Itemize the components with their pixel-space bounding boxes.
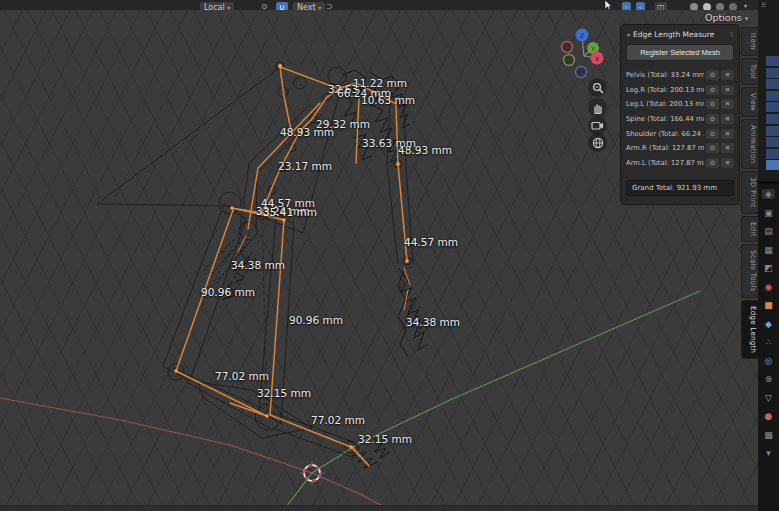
edge-length-label: 77.02 mm (215, 370, 269, 382)
tab-edge-length[interactable]: Edge Length (741, 300, 758, 359)
outliner-row[interactable] (766, 126, 779, 136)
grand-total-readout: Grand Total: 921.93 mm (626, 180, 734, 196)
mouse-cursor-icon (604, 0, 614, 10)
snap-mode-dropdown[interactable]: Next ▾ (293, 2, 325, 10)
chevron-down-icon: ▾ (318, 4, 321, 10)
delete-x-button[interactable]: ✕ (721, 85, 734, 95)
tab-scale-tools[interactable]: Scale Tools (741, 244, 758, 298)
delete-x-button[interactable]: ✕ (721, 143, 734, 153)
edge-length-label: 34.38 mm (231, 259, 285, 271)
measure-row-arm-l: Arm.L (Total: 127.87 mm) ⊙ ✕ (626, 156, 734, 171)
shading-dropdown-icon[interactable]: ▾ (744, 2, 747, 9)
outliner-row[interactable] (766, 56, 779, 66)
properties-tab-constraints[interactable]: ⊗ (765, 374, 773, 384)
properties-rail-expand-icon[interactable]: ▾ (766, 448, 771, 458)
tab-animation[interactable]: Animation (741, 119, 758, 169)
pivot-point-icon[interactable]: ⊙ (261, 2, 268, 10)
tab-view[interactable]: View (741, 87, 758, 117)
properties-tab-render[interactable]: ▣ (764, 208, 773, 218)
register-selected-mesh-button[interactable]: Register Selected Mesh (626, 44, 734, 61)
properties-tab-output[interactable]: ▤ (764, 226, 773, 236)
edge-length-label: 32.15 mm (257, 387, 311, 399)
tab-edit[interactable]: Edit (741, 216, 758, 243)
row-label: Spine (Total: 166.44 mm) (626, 115, 704, 123)
visibility-eye-button[interactable]: ⊙ (706, 99, 719, 109)
shading-solid-icon[interactable] (703, 3, 711, 10)
gizmo-y-neg-axis[interactable] (564, 55, 575, 66)
zoom-tool-button[interactable] (588, 78, 607, 97)
delete-x-button[interactable]: ✕ (721, 158, 734, 168)
delete-x-button[interactable]: ✕ (721, 129, 734, 139)
shading-material-icon[interactable] (716, 3, 724, 10)
pan-tool-button[interactable] (588, 98, 607, 117)
perspective-toggle-button[interactable] (588, 133, 607, 152)
gizmo-x-neg-axis[interactable] (562, 42, 573, 53)
properties-tab-scene[interactable]: ◩ (764, 263, 773, 273)
gizmo-y-label: Y (590, 45, 595, 52)
navigation-gizmo[interactable]: Z Y X (556, 16, 612, 86)
outliner-row[interactable] (766, 79, 779, 89)
xray-toggle[interactable]: ◫ (655, 2, 667, 10)
properties-tab-object-data[interactable]: ▽ (765, 393, 772, 403)
row-label: Leg.L (Total: 200.13 mm) (626, 100, 704, 108)
properties-tab-modifiers[interactable]: ◆ (765, 319, 772, 329)
delete-x-button[interactable]: ✕ (721, 99, 734, 109)
outliner-row[interactable] (766, 149, 779, 159)
sidebar-tab-strip: Item Tool View Animation 3D Print Edit S… (741, 27, 758, 359)
snap-magnet-toggle[interactable]: ∪ (276, 2, 288, 10)
edge-length-label: 90.96 mm (201, 286, 255, 298)
tab-item[interactable]: Item (741, 27, 758, 56)
drag-grip-icon[interactable]: ⠿ (730, 31, 734, 38)
measure-row-arm-r: Arm.R (Total: 127.87 mm) ⊙ ✕ (626, 141, 734, 156)
row-label: Leg.R (Total: 200.13 mm) (626, 86, 704, 94)
properties-tab-texture[interactable]: ▩ (764, 430, 773, 440)
properties-tab-object[interactable]: ■ (764, 300, 773, 310)
outliner-row-active[interactable] (766, 160, 779, 170)
edge-length-label: 23.17 mm (278, 160, 332, 172)
viewport-header: Local ▾ ⊙ ∪ Next ▾ ⊃ ◦ ◦ ◫ ▾ (0, 0, 758, 10)
outliner-row[interactable] (766, 91, 779, 101)
transform-orientation-dropdown[interactable]: Local ▾ (200, 2, 234, 10)
outliner-menu-icon[interactable]: ☰ (761, 1, 766, 8)
tab-tool[interactable]: Tool (741, 58, 758, 85)
proportional-edit-icon[interactable]: ⊃ (326, 2, 333, 10)
collapse-chevron-icon[interactable]: ▾ (627, 31, 630, 38)
camera-icon (591, 120, 604, 131)
hand-icon (592, 102, 604, 114)
edge-length-label: 48.93 mm (280, 126, 334, 138)
delete-x-button[interactable]: ✕ (721, 114, 734, 124)
visibility-eye-button[interactable]: ⊙ (706, 158, 719, 168)
properties-tab-world[interactable]: ◉ (765, 282, 773, 292)
outliner-row[interactable] (766, 114, 779, 124)
gizmo-z-label: Z (580, 32, 584, 39)
properties-tab-physics[interactable]: ◎ (765, 356, 773, 366)
options-dropdown[interactable]: Options ▾ (705, 12, 748, 23)
row-label: Arm.L (Total: 127.87 mm) (626, 159, 704, 167)
show-gizmo-toggle[interactable]: ◦ (622, 2, 631, 10)
tab-3d-print[interactable]: 3D Print (741, 171, 758, 214)
visibility-eye-button[interactable]: ⊙ (706, 70, 719, 80)
edge-length-label: 35.41 mm (263, 206, 317, 218)
measure-row-shoulder: Shoulder (Total: 66.24 … ⊙ ✕ (626, 126, 734, 141)
properties-tab-material[interactable]: ● (765, 411, 773, 421)
visibility-eye-button[interactable]: ⊙ (706, 114, 719, 124)
right-editor-column: ☰ ◈ ▣ ▤ ▦ ◩ ◉ ■ ◆ ∴ ◎ ⊗ ▽ ● ▩ ▾ (758, 0, 779, 511)
gizmo-z-neg-axis[interactable] (576, 67, 587, 78)
properties-tab-particles[interactable]: ∴ (766, 337, 772, 347)
properties-tab-view-layer[interactable]: ▦ (764, 245, 773, 255)
outliner-selected-rows[interactable] (766, 56, 779, 172)
right-hand-wire-cluster (398, 268, 428, 356)
shading-rendered-icon[interactable] (729, 3, 737, 10)
visibility-eye-button[interactable]: ⊙ (706, 129, 719, 139)
edge-length-label: 44.57 mm (404, 236, 458, 248)
outliner-row[interactable] (766, 102, 779, 112)
delete-x-button[interactable]: ✕ (721, 70, 734, 80)
outliner-row[interactable] (766, 137, 779, 147)
visibility-eye-button[interactable]: ⊙ (706, 85, 719, 95)
properties-tab-tool[interactable]: ◈ (762, 189, 775, 199)
panel-header[interactable]: ▾ Edge Length Measure ⠿ (627, 30, 734, 39)
shading-wireframe-icon[interactable] (690, 3, 698, 10)
outliner-row[interactable] (766, 68, 779, 78)
visibility-eye-button[interactable]: ⊙ (706, 143, 719, 153)
show-overlays-toggle[interactable]: ◦ (636, 2, 645, 10)
